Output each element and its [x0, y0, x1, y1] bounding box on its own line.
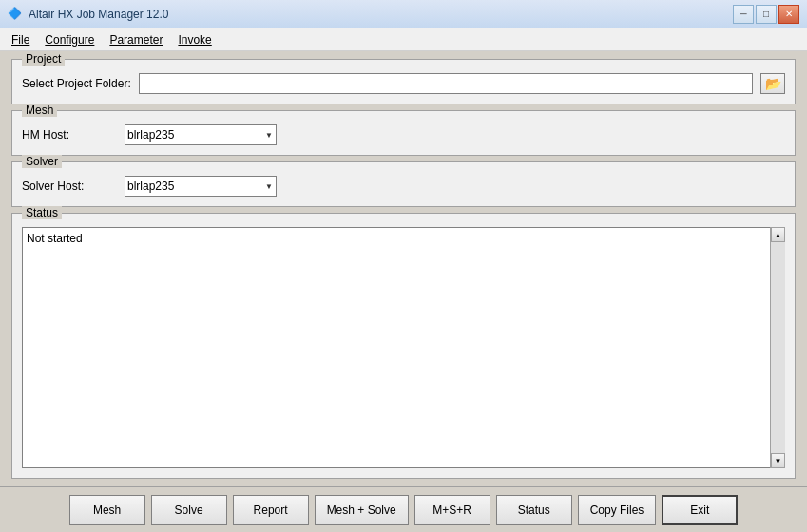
project-folder-input[interactable]: [139, 73, 753, 94]
menu-file[interactable]: File: [4, 31, 37, 48]
scrollbar[interactable]: ▲ ▼: [770, 227, 785, 468]
project-row: Select Project Folder: 📂: [22, 73, 785, 94]
status-box: Not started: [22, 227, 785, 468]
maximize-button[interactable]: □: [756, 5, 777, 24]
menu-invoke[interactable]: Invoke: [170, 31, 219, 48]
solve-button[interactable]: Solve: [151, 495, 227, 525]
title-bar: 🔷 Altair HX Job Manager 12.0 ─ □ ✕: [0, 0, 807, 28]
app-icon: 🔷: [8, 7, 23, 22]
hm-host-wrapper: blrlap235: [125, 124, 277, 145]
status-text: Not started: [27, 232, 765, 245]
menu-parameter[interactable]: Parameter: [102, 31, 170, 48]
project-group-label: Project: [22, 52, 65, 66]
status-button[interactable]: Status: [496, 495, 572, 525]
msr-button[interactable]: M+S+R: [414, 495, 490, 525]
button-bar: Mesh Solve Report Mesh + Solve M+S+R Sta…: [0, 486, 807, 532]
select-folder-label: Select Project Folder:: [22, 77, 131, 90]
solver-host-dropdown[interactable]: blrlap235: [125, 176, 277, 197]
report-button[interactable]: Report: [233, 495, 309, 525]
solver-group-label: Solver: [22, 155, 62, 168]
status-group: Status Not started ▲ ▼: [11, 213, 796, 479]
hm-host-dropdown[interactable]: blrlap235: [125, 124, 277, 145]
mesh-group-label: Mesh: [22, 104, 57, 117]
solver-host-label: Solver Host:: [22, 180, 117, 193]
title-bar-left: 🔷 Altair HX Job Manager 12.0: [8, 7, 168, 22]
solver-group: Solver Solver Host: blrlap235: [11, 162, 796, 207]
exit-button[interactable]: Exit: [662, 495, 738, 525]
solver-host-wrapper: blrlap235: [125, 176, 277, 197]
hm-host-label: HM Host:: [22, 128, 117, 142]
scroll-down-button[interactable]: ▼: [771, 453, 785, 468]
status-group-label: Status: [22, 206, 62, 219]
browse-folder-button[interactable]: 📂: [760, 73, 785, 94]
copy-files-button[interactable]: Copy Files: [578, 495, 657, 525]
scroll-up-button[interactable]: ▲: [771, 227, 785, 242]
mesh-solve-button[interactable]: Mesh + Solve: [315, 495, 409, 525]
solver-row: Solver Host: blrlap235: [22, 176, 785, 197]
menu-bar: File Configure Parameter Invoke: [0, 28, 807, 51]
menu-configure[interactable]: Configure: [37, 31, 102, 48]
mesh-button[interactable]: Mesh: [69, 495, 145, 525]
minimize-button[interactable]: ─: [733, 5, 754, 24]
main-content: Project Select Project Folder: 📂 Mesh HM…: [0, 51, 807, 486]
project-group: Project Select Project Folder: 📂: [11, 59, 796, 104]
mesh-row: HM Host: blrlap235: [22, 124, 785, 145]
window-title: Altair HX Job Manager 12.0: [29, 8, 168, 21]
mesh-group: Mesh HM Host: blrlap235: [11, 110, 796, 156]
title-bar-buttons: ─ □ ✕: [733, 5, 799, 24]
close-button[interactable]: ✕: [778, 5, 799, 24]
